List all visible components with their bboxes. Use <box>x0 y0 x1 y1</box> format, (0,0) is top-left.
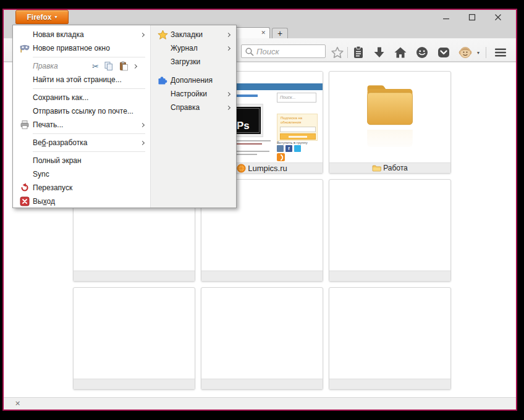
menu-item-restart[interactable]: Перезапуск <box>13 181 150 195</box>
extension-dropdown-button[interactable]: ▾ <box>475 46 482 59</box>
menu-label: Сохранить как... <box>33 93 88 102</box>
menu-item-full-screen[interactable]: Полный экран <box>13 154 150 167</box>
menu-label: Закладки <box>171 30 203 39</box>
download-arrow-icon <box>373 46 386 59</box>
tile-footer <box>201 271 323 281</box>
menu-label: Новая вкладка <box>33 30 84 39</box>
submenu-chevron-icon <box>226 91 230 96</box>
menu-item-print[interactable]: Печать... <box>13 118 150 132</box>
statusbar-close-button[interactable]: ✕ <box>15 400 20 408</box>
tile-empty[interactable] <box>329 179 451 282</box>
submenu-chevron-icon <box>226 32 230 36</box>
menu-item-new-private-window[interactable]: Новое приватное окно <box>13 41 150 55</box>
menu-label: Sync <box>33 170 49 178</box>
tile-footer <box>329 271 450 281</box>
clipboard-list-icon <box>352 46 365 59</box>
menu-item-web-developer[interactable]: Веб-разработка <box>13 136 150 149</box>
bookmarks-list-button[interactable] <box>351 46 366 59</box>
menu-separator <box>33 133 145 134</box>
menu-item-new-tab[interactable]: Новая вкладка <box>13 28 150 41</box>
menu-item-email-link[interactable]: Отправить ссылку по почте... <box>13 104 150 118</box>
tile-title: Lumpics.ru <box>248 164 287 173</box>
menu-item-help[interactable]: Справка <box>151 101 236 114</box>
menu-item-sync[interactable]: Sync <box>13 167 150 181</box>
copy-icon[interactable] <box>104 61 114 71</box>
menu-label: Веб-разработка <box>33 138 87 147</box>
menu-item-exit[interactable]: Выход <box>13 195 150 208</box>
submenu-chevron-icon <box>140 140 145 145</box>
submenu-chevron-icon <box>226 46 230 50</box>
maximize-icon <box>468 14 476 21</box>
maximize-button[interactable] <box>463 10 481 24</box>
toolbar-separator <box>347 47 348 58</box>
submenu-chevron-icon <box>140 122 145 127</box>
vk-icon <box>277 145 284 152</box>
paste-icon[interactable] <box>119 61 129 71</box>
thumb-subscribe-button <box>280 133 316 140</box>
menu-item-find-on-page[interactable]: Найти на этой странице... <box>13 73 150 86</box>
menu-item-addons[interactable]: Дополнения <box>151 74 236 87</box>
folder-icon <box>360 82 420 130</box>
close-button[interactable] <box>489 10 507 24</box>
menu-label: Загрузки <box>171 57 200 66</box>
tile-footer <box>201 379 323 389</box>
menu-item-save-as[interactable]: Сохранить как... <box>13 91 150 104</box>
menu-item-downloads[interactable]: Загрузки <box>151 55 236 69</box>
tile-footer <box>329 379 450 389</box>
restart-icon <box>17 183 33 193</box>
menu-label: Выход <box>33 197 55 206</box>
extension-monkey-button[interactable] <box>458 46 473 59</box>
tile-footer: Работа <box>329 162 450 173</box>
search-box <box>241 44 326 58</box>
home-icon <box>394 46 407 59</box>
chat-button[interactable] <box>415 46 429 59</box>
menu-label: Отправить ссылку по почте... <box>33 107 133 116</box>
search-icon <box>245 47 255 57</box>
menu-label: Полный экран <box>33 156 82 165</box>
subscribe-heading: Подписка на обновления <box>277 114 315 125</box>
menu-label: Печать... <box>33 120 63 129</box>
hamburger-icon <box>494 46 507 59</box>
menu-separator <box>33 88 145 89</box>
minimize-button[interactable] <box>437 10 455 24</box>
bookmark-star-button[interactable] <box>330 46 345 59</box>
tile-title: Работа <box>383 164 408 172</box>
reflection-fade <box>358 130 422 156</box>
tile-empty[interactable] <box>201 287 323 390</box>
menu-label: Перезапуск <box>33 183 72 192</box>
private-mask-icon <box>17 43 33 53</box>
hamburger-menu-button[interactable] <box>492 46 509 59</box>
tile-empty[interactable] <box>329 287 451 390</box>
close-icon <box>494 14 502 21</box>
home-button[interactable] <box>393 46 408 59</box>
folder-small-icon <box>372 164 381 172</box>
menu-label: Правка <box>33 62 58 70</box>
menu-gap <box>151 69 236 74</box>
firefox-menu-button[interactable]: Firefox ▾ <box>15 10 69 24</box>
chat-smiley-icon <box>415 46 429 59</box>
pocket-button[interactable] <box>436 46 451 59</box>
bookmark-star-icon <box>154 30 171 40</box>
new-tab-button[interactable]: + <box>272 28 288 38</box>
tile-footer <box>74 271 195 281</box>
rss-icon <box>277 153 285 161</box>
caret-down-icon: ▾ <box>477 50 480 56</box>
photoshop-logo: Ps <box>234 107 261 134</box>
tile-empty[interactable] <box>73 287 195 390</box>
caret-down-icon: ▾ <box>55 15 57 20</box>
menu-separator <box>33 151 145 152</box>
window-controls <box>437 10 507 25</box>
menu-item-history[interactable]: Журнал <box>151 41 236 55</box>
menu-left-panel: Новая вкладка Новое приватное окно <box>13 25 150 208</box>
menu-item-edit[interactable]: Правка ✂ <box>13 59 150 73</box>
search-input[interactable] <box>256 46 323 57</box>
screenshot-stage: Firefox ▾ ✕ + <box>0 0 524 420</box>
downloads-button[interactable] <box>372 46 387 59</box>
cut-icon[interactable]: ✂ <box>92 62 99 70</box>
tile-rabota-folder[interactable]: Работа <box>329 71 451 174</box>
tab-close-icon[interactable]: ✕ <box>261 30 266 36</box>
menu-item-options[interactable]: Настройки <box>151 87 236 101</box>
menu-label: Настройки <box>171 90 207 98</box>
exit-icon <box>17 196 33 206</box>
menu-item-bookmarks[interactable]: Закладки <box>151 28 236 41</box>
